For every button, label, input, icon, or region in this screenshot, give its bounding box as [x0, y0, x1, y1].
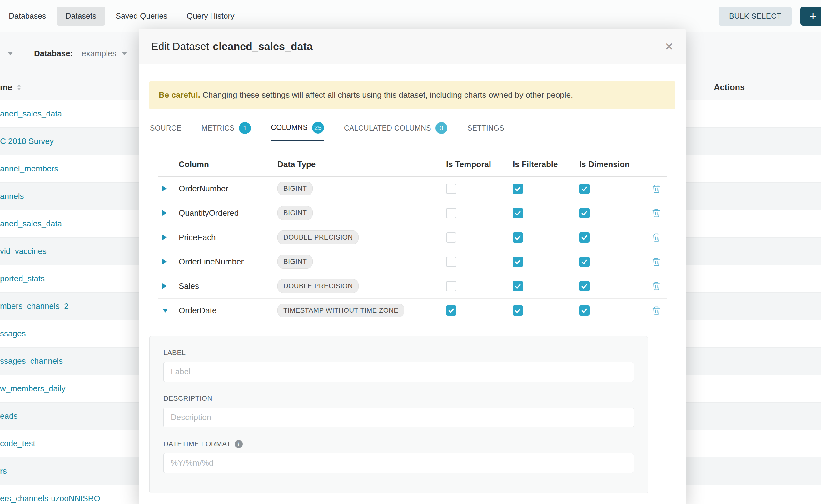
- trash-icon[interactable]: [652, 208, 661, 218]
- tab-count-badge: 0: [436, 122, 448, 134]
- is-filterable-checkbox[interactable]: [513, 184, 523, 194]
- data-type-pill: BIGINT: [277, 206, 313, 220]
- datetime-format-input[interactable]: [163, 453, 634, 473]
- field-datetime-format: DATETIME FORMATi: [163, 440, 634, 473]
- expand-caret-icon[interactable]: [162, 235, 166, 240]
- dataset-link[interactable]: aned_sales_data: [0, 219, 62, 229]
- is-dimension-checkbox[interactable]: [579, 281, 590, 291]
- dataset-link[interactable]: aned_sales_data: [0, 109, 62, 119]
- modal-title: Edit Datasetcleaned_sales_data: [151, 40, 313, 52]
- is-dimension-checkbox[interactable]: [579, 232, 590, 243]
- expand-caret-icon[interactable]: [162, 259, 166, 264]
- add-dataset-button[interactable]: +: [800, 7, 821, 26]
- label-label: LABEL: [163, 349, 634, 357]
- dataset-link[interactable]: ssages_channels: [0, 356, 63, 366]
- is-temporal-cell: [446, 232, 513, 243]
- expand-caret-icon[interactable]: [162, 210, 166, 216]
- is-dimension-checkbox[interactable]: [579, 208, 590, 218]
- datetime-format-label-text: DATETIME FORMAT: [163, 440, 231, 448]
- name-column-header[interactable]: me: [0, 82, 21, 92]
- is-dimension-checkbox[interactable]: [579, 184, 590, 194]
- is-dimension-checkbox[interactable]: [579, 305, 590, 316]
- dataset-link[interactable]: mbers_channels_2: [0, 301, 69, 311]
- nav-item-saved-queries[interactable]: Saved Queries: [107, 7, 176, 26]
- trash-icon[interactable]: [652, 184, 661, 193]
- dataset-link[interactable]: w_members_daily: [0, 384, 66, 393]
- data-type-pill: DOUBLE PRECISION: [277, 279, 358, 293]
- sort-icon[interactable]: [17, 85, 21, 90]
- is-temporal-checkbox[interactable]: [446, 257, 457, 267]
- column-name: Sales: [179, 281, 277, 291]
- dataset-link[interactable]: C 2018 Survey: [0, 136, 54, 146]
- trash-icon[interactable]: [652, 306, 661, 315]
- close-icon[interactable]: ✕: [665, 40, 674, 53]
- tab-label: COLUMNS: [271, 123, 308, 132]
- label-input[interactable]: [163, 362, 634, 382]
- is-filterable-checkbox[interactable]: [513, 232, 523, 243]
- column-type-cell: DOUBLE PRECISION: [277, 230, 446, 244]
- column-header-data-type: Data Type: [277, 160, 446, 169]
- dataset-link[interactable]: annels: [0, 191, 24, 201]
- is-temporal-checkbox[interactable]: [446, 281, 457, 291]
- is-dimension-cell: [579, 184, 646, 194]
- is-dimension-cell: [579, 208, 646, 218]
- is-filterable-checkbox[interactable]: [513, 281, 523, 291]
- is-temporal-checkbox[interactable]: [446, 184, 457, 194]
- is-dimension-checkbox[interactable]: [579, 257, 590, 267]
- chevron-down-icon[interactable]: [7, 52, 13, 55]
- dataset-link[interactable]: ers_channels-uzooNNtSRO: [0, 494, 100, 503]
- is-filterable-checkbox[interactable]: [513, 305, 523, 316]
- trash-icon[interactable]: [652, 233, 661, 242]
- tab-label: SOURCE: [150, 124, 181, 132]
- tab-metrics[interactable]: METRICS1: [201, 119, 251, 141]
- bulk-select-button[interactable]: BULK SELECT: [719, 7, 792, 26]
- dataset-link[interactable]: eads: [0, 411, 17, 421]
- nav-item-query-history[interactable]: Query History: [178, 7, 243, 26]
- columns-table: ColumnData TypeIs TemporalIs FilterableI…: [158, 152, 667, 323]
- column-name: OrderNumber: [179, 184, 277, 194]
- description-label: DESCRIPTION: [163, 394, 634, 403]
- nav-item-databases[interactable]: Databases: [0, 7, 55, 26]
- collapse-caret-icon[interactable]: [162, 309, 168, 313]
- chevron-down-icon[interactable]: [121, 52, 127, 55]
- expand-caret-icon[interactable]: [162, 186, 166, 191]
- info-icon[interactable]: i: [235, 440, 243, 448]
- is-filterable-checkbox[interactable]: [513, 208, 523, 218]
- data-type-pill: BIGINT: [277, 182, 313, 195]
- column-header-is-dimension: Is Dimension: [579, 160, 646, 169]
- expand-cell: [158, 186, 179, 191]
- dataset-link[interactable]: vid_vaccines: [0, 246, 47, 256]
- column-name: OrderDate: [179, 306, 277, 315]
- is-filterable-cell: [513, 281, 579, 291]
- column-row: OrderNumberBIGINT: [158, 177, 667, 201]
- tab-calculated-columns[interactable]: CALCULATED COLUMNS0: [344, 119, 448, 141]
- is-temporal-checkbox[interactable]: [446, 305, 457, 316]
- dataset-link[interactable]: rs: [0, 466, 7, 476]
- dataset-link[interactable]: code_test: [0, 439, 35, 448]
- column-name: QuantityOrdered: [179, 208, 277, 218]
- tab-settings[interactable]: SETTINGS: [468, 119, 504, 141]
- database-filter-value[interactable]: examples: [82, 49, 116, 58]
- is-filterable-cell: [513, 208, 579, 218]
- dataset-link[interactable]: ssages: [0, 329, 26, 338]
- is-temporal-cell: [446, 208, 513, 218]
- tab-source[interactable]: SOURCE: [150, 119, 181, 141]
- dataset-link[interactable]: annel_members: [0, 164, 58, 174]
- description-input[interactable]: [163, 408, 634, 427]
- database-filter: Database: examples: [34, 32, 127, 74]
- is-temporal-checkbox[interactable]: [446, 232, 457, 243]
- is-temporal-checkbox[interactable]: [446, 208, 457, 218]
- is-filterable-cell: [513, 305, 579, 316]
- is-filterable-checkbox[interactable]: [513, 257, 523, 267]
- database-filter-label: Database:: [34, 49, 73, 58]
- tab-columns[interactable]: COLUMNS25: [271, 119, 324, 141]
- dataset-link[interactable]: ported_stats: [0, 274, 45, 284]
- trash-icon[interactable]: [652, 281, 661, 291]
- is-dimension-cell: [579, 305, 646, 316]
- expand-caret-icon[interactable]: [162, 283, 166, 289]
- trash-icon[interactable]: [652, 257, 661, 266]
- primary-nav: DatabasesDatasetsSaved QueriesQuery Hist…: [0, 0, 821, 32]
- tab-label: SETTINGS: [468, 124, 504, 132]
- delete-cell: [646, 306, 667, 315]
- nav-item-datasets[interactable]: Datasets: [57, 7, 105, 26]
